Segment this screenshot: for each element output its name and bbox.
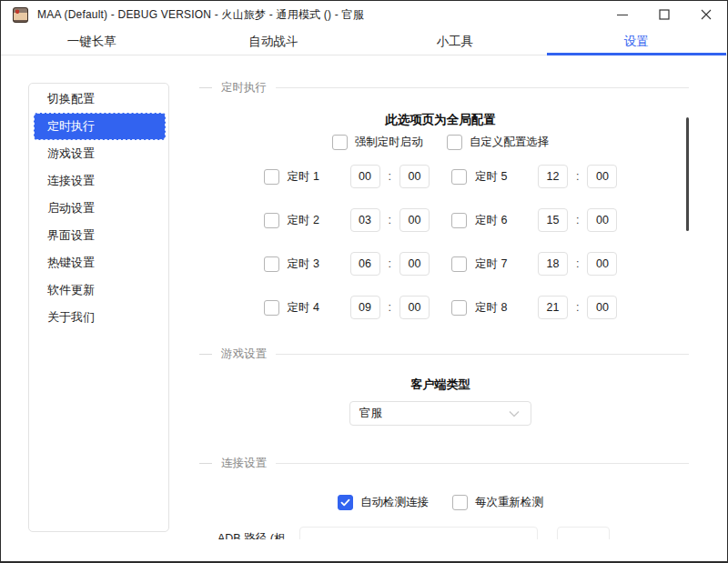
timer-7-minute-input[interactable]: 00 — [587, 252, 617, 276]
timer-3-hour-input[interactable]: 06 — [350, 252, 380, 276]
timer-6-hour-input[interactable]: 15 — [538, 208, 568, 232]
timer-3-checkbox[interactable] — [264, 256, 279, 272]
sidebar-item-timer[interactable]: 定时执行 — [34, 113, 166, 140]
timer-2-minute-input[interactable]: 00 — [399, 208, 430, 232]
colon-separator: : — [389, 301, 391, 314]
colon-separator: : — [389, 257, 391, 270]
adb-path-row: ADB 路径 (相 — [192, 527, 689, 539]
adb-path-browse-button[interactable] — [557, 527, 610, 539]
section-title: 游戏设置 — [221, 347, 267, 362]
timer-3-minute-input[interactable]: 00 — [399, 252, 430, 276]
timer-2: 定时 2 03 : 00 — [264, 208, 430, 232]
sidebar-item-switch-config[interactable]: 切换配置 — [34, 85, 166, 113]
timer-1: 定时 1 00 : 00 — [264, 165, 430, 188]
option-label: 每次重新检测 — [475, 495, 543, 510]
section-title: 定时执行 — [221, 80, 267, 96]
option-label: 自动检测连接 — [360, 495, 429, 510]
minimize-button[interactable] — [602, 1, 643, 28]
timer-5: 定时 5 12 : 00 — [451, 165, 617, 188]
tab-tools[interactable]: 小工具 — [364, 28, 546, 55]
timer-8-label: 定时 8 — [475, 300, 515, 316]
divider — [199, 463, 212, 464]
redetect-every-time-checkbox[interactable] — [452, 495, 468, 510]
tab-farming[interactable]: 一键长草 — [1, 28, 183, 55]
maximize-icon — [659, 9, 670, 20]
auto-detect-connection-option[interactable]: 自动检测连接 — [338, 495, 429, 510]
redetect-every-time-option[interactable]: 每次重新检测 — [452, 495, 543, 510]
tab-settings[interactable]: 设置 — [546, 28, 728, 55]
close-icon — [701, 9, 712, 20]
divider — [199, 87, 212, 88]
sidebar-item-game-settings[interactable]: 游戏设置 — [34, 140, 166, 167]
timer-5-label: 定时 5 — [475, 169, 515, 185]
timer-7-checkbox[interactable] — [451, 256, 467, 272]
timer-8: 定时 8 21 : 00 — [451, 296, 617, 319]
divider — [276, 463, 689, 464]
timer-8-minute-input[interactable]: 00 — [587, 296, 617, 319]
timer-4-label: 定时 4 — [288, 300, 328, 316]
sidebar-item-interface[interactable]: 界面设置 — [34, 222, 166, 249]
timer-7-label: 定时 7 — [475, 256, 515, 272]
sidebar-item-about[interactable]: 关于我们 — [34, 304, 166, 331]
timer-1-checkbox[interactable] — [264, 169, 279, 185]
section-header-connection: 连接设置 — [192, 455, 689, 471]
timer-5-hour-input[interactable]: 12 — [538, 165, 568, 188]
sidebar-item-update[interactable]: 软件更新 — [34, 276, 166, 304]
custom-config-select-checkbox[interactable] — [447, 135, 462, 150]
force-scheduled-start-option[interactable]: 强制定时启动 — [332, 135, 423, 150]
timer-4-minute-input[interactable]: 00 — [399, 296, 430, 319]
timer-6-checkbox[interactable] — [451, 213, 467, 228]
client-type-value: 官服 — [359, 406, 507, 421]
titlebar: MAA (Default) - DEBUG VERSION - 火山旅梦 - 通… — [1, 1, 727, 28]
timer-8-hour-input[interactable]: 21 — [538, 296, 568, 319]
timer-1-minute-input[interactable]: 00 — [399, 165, 430, 188]
colon-separator: : — [576, 301, 579, 314]
custom-config-select-option[interactable]: 自定义配置选择 — [447, 135, 550, 150]
section-header-timer: 定时执行 — [192, 79, 689, 96]
sidebar-item-hotkeys[interactable]: 热键设置 — [34, 249, 166, 276]
sidebar-item-startup[interactable]: 启动设置 — [34, 195, 166, 222]
scrollbar-thumb[interactable] — [686, 117, 689, 231]
client-type-label: 客户端类型 — [192, 377, 689, 393]
option-label: 强制定时启动 — [355, 135, 423, 150]
timer-6-label: 定时 6 — [475, 213, 515, 228]
timer-6: 定时 6 15 : 00 — [451, 208, 617, 232]
tab-auto-battle[interactable]: 自动战斗 — [183, 28, 365, 55]
check-icon — [340, 498, 350, 508]
section-header-game: 游戏设置 — [192, 346, 689, 362]
auto-detect-connection-checkbox[interactable] — [338, 495, 353, 510]
timer-1-hour-input[interactable]: 00 — [350, 165, 380, 188]
force-scheduled-start-checkbox[interactable] — [332, 135, 348, 150]
timer-8-checkbox[interactable] — [451, 300, 467, 316]
timer-5-checkbox[interactable] — [451, 169, 467, 185]
timer-7: 定时 7 18 : 00 — [451, 252, 617, 276]
timer-7-hour-input[interactable]: 18 — [538, 252, 568, 276]
client-type-dropdown[interactable]: 官服 — [349, 401, 531, 426]
minimize-icon — [617, 9, 628, 20]
app-window: MAA (Default) - DEBUG VERSION - 火山旅梦 - 通… — [0, 0, 728, 563]
colon-separator: : — [576, 170, 579, 183]
close-button[interactable] — [685, 1, 727, 28]
maximize-button[interactable] — [643, 1, 685, 28]
timer-4-checkbox[interactable] — [264, 300, 279, 316]
option-label: 自定义配置选择 — [470, 135, 550, 150]
timer-3-label: 定时 3 — [288, 256, 328, 272]
divider — [276, 87, 689, 88]
timer-2-checkbox[interactable] — [264, 213, 279, 228]
settings-sidebar: 切换配置 定时执行 游戏设置 连接设置 启动设置 界面设置 热键设置 软件更新 … — [28, 83, 169, 532]
settings-panel: 定时执行 此选项页为全局配置 强制定时启动 自定义配置选择 定时 1 00 : — [192, 55, 689, 539]
timer-6-minute-input[interactable]: 00 — [587, 208, 617, 232]
colon-separator: : — [389, 170, 391, 183]
adb-path-input[interactable] — [299, 527, 538, 539]
colon-separator: : — [576, 257, 579, 270]
section-title: 连接设置 — [221, 456, 267, 471]
timer-4-hour-input[interactable]: 09 — [350, 296, 380, 319]
timer-5-minute-input[interactable]: 00 — [587, 165, 617, 188]
chevron-down-icon — [507, 407, 521, 421]
timer-3: 定时 3 06 : 00 — [264, 252, 430, 276]
main-tabbar: 一键长草 自动战斗 小工具 设置 — [1, 28, 727, 55]
sidebar-item-connection[interactable]: 连接设置 — [34, 167, 166, 195]
timer-2-hour-input[interactable]: 03 — [350, 208, 380, 232]
timer-1-label: 定时 1 — [288, 169, 328, 185]
global-config-note: 此选项页为全局配置 — [192, 112, 689, 130]
